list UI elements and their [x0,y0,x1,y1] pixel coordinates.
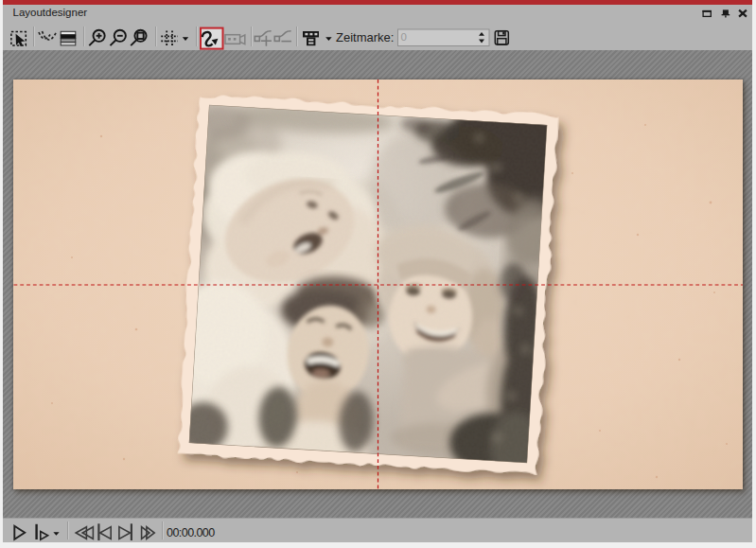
svg-text:0: 0 [401,31,407,43]
